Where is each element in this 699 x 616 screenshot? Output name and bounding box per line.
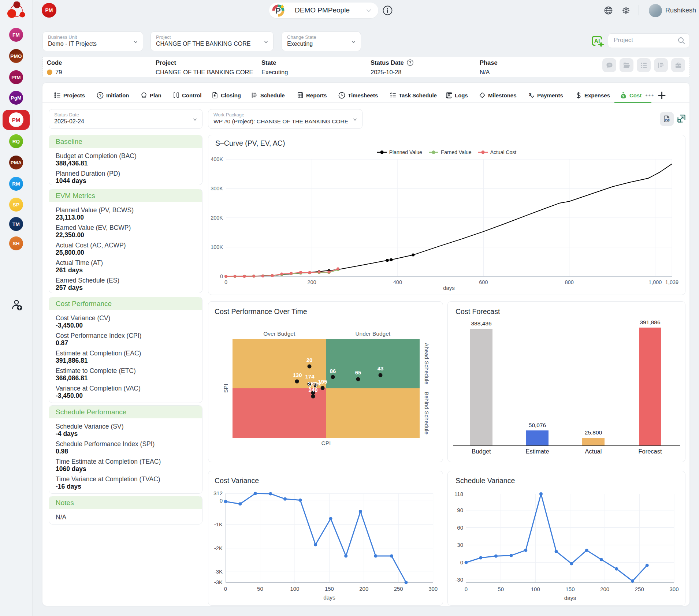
svg-text:Budget: Budget bbox=[472, 448, 491, 455]
svg-text:240: 240 bbox=[308, 387, 317, 393]
svg-text:391,886: 391,886 bbox=[640, 319, 660, 325]
svg-text:0: 0 bbox=[224, 279, 227, 285]
svg-text:150: 150 bbox=[565, 586, 575, 592]
svg-text:SPI: SPI bbox=[223, 384, 229, 393]
svg-text:Estimate: Estimate bbox=[525, 448, 549, 455]
svg-text:0: 0 bbox=[220, 497, 223, 504]
svg-text:20: 20 bbox=[306, 357, 313, 363]
svg-text:400K: 400K bbox=[211, 156, 223, 162]
svg-text:0: 0 bbox=[465, 586, 468, 592]
svg-text:388,436: 388,436 bbox=[471, 320, 491, 326]
svg-text:?: ? bbox=[409, 60, 412, 65]
svg-text:$: $ bbox=[529, 92, 532, 97]
svg-text:AI: AI bbox=[594, 38, 600, 44]
svg-text:600: 600 bbox=[479, 279, 488, 285]
svg-text:312: 312 bbox=[213, 490, 223, 496]
svg-text:?: ? bbox=[99, 93, 101, 97]
svg-text:-2K: -2K bbox=[214, 545, 223, 551]
svg-text:30: 30 bbox=[457, 542, 463, 548]
svg-text:P: P bbox=[275, 6, 281, 15]
svg-text:300: 300 bbox=[669, 586, 678, 592]
svg-text:90: 90 bbox=[457, 507, 463, 513]
svg-text:-3K: -3K bbox=[214, 579, 223, 585]
svg-text:200: 200 bbox=[307, 279, 316, 285]
svg-text:Ahead Schedule: Ahead Schedule bbox=[424, 343, 430, 385]
svg-text:Over Budget: Over Budget bbox=[263, 331, 295, 337]
svg-text:43: 43 bbox=[378, 365, 384, 372]
svg-text:1,000: 1,000 bbox=[648, 279, 662, 285]
svg-text:50: 50 bbox=[257, 586, 263, 592]
svg-text:25,800: 25,800 bbox=[585, 429, 602, 436]
svg-text:250: 250 bbox=[394, 586, 403, 592]
svg-text:CPI: CPI bbox=[321, 440, 331, 446]
svg-text:200: 200 bbox=[359, 586, 368, 592]
svg-text:Under Budget: Under Budget bbox=[355, 331, 390, 337]
svg-text:-30: -30 bbox=[455, 576, 463, 583]
svg-text:50: 50 bbox=[498, 586, 504, 592]
svg-text:0: 0 bbox=[220, 273, 223, 279]
svg-text:Forecast: Forecast bbox=[638, 448, 662, 455]
svg-text:300: 300 bbox=[428, 586, 438, 592]
svg-text:50,076: 50,076 bbox=[529, 422, 546, 428]
svg-text:300K: 300K bbox=[211, 186, 223, 191]
svg-text:250: 250 bbox=[635, 586, 644, 592]
svg-text:100: 100 bbox=[290, 586, 299, 592]
svg-text:PDF: PDF bbox=[665, 118, 670, 122]
svg-text:100: 100 bbox=[531, 586, 540, 592]
svg-text:-1K: -1K bbox=[214, 521, 223, 527]
svg-text:Actual: Actual bbox=[585, 448, 602, 455]
svg-text:0: 0 bbox=[460, 559, 463, 565]
svg-text:86: 86 bbox=[330, 368, 336, 374]
svg-text:days: days bbox=[564, 595, 576, 601]
svg-text:800: 800 bbox=[565, 279, 574, 285]
svg-text:1,039: 1,039 bbox=[665, 279, 678, 285]
svg-text:65: 65 bbox=[355, 369, 361, 376]
svg-text:400: 400 bbox=[393, 279, 402, 285]
svg-text:$: $ bbox=[622, 94, 624, 98]
svg-text:118: 118 bbox=[454, 491, 463, 497]
svg-text:60: 60 bbox=[457, 524, 463, 531]
svg-text:174: 174 bbox=[305, 373, 315, 380]
svg-text:200: 200 bbox=[600, 586, 609, 592]
svg-text:150: 150 bbox=[325, 586, 334, 592]
svg-text:days: days bbox=[443, 285, 455, 291]
svg-text:100K: 100K bbox=[211, 244, 223, 250]
svg-text:Behind Schedule: Behind Schedule bbox=[424, 392, 430, 434]
svg-text:days: days bbox=[323, 594, 335, 601]
svg-text:200K: 200K bbox=[211, 215, 223, 221]
svg-text:0: 0 bbox=[224, 586, 227, 592]
svg-text:-3K: -3K bbox=[214, 568, 223, 575]
svg-text:130: 130 bbox=[293, 372, 302, 378]
